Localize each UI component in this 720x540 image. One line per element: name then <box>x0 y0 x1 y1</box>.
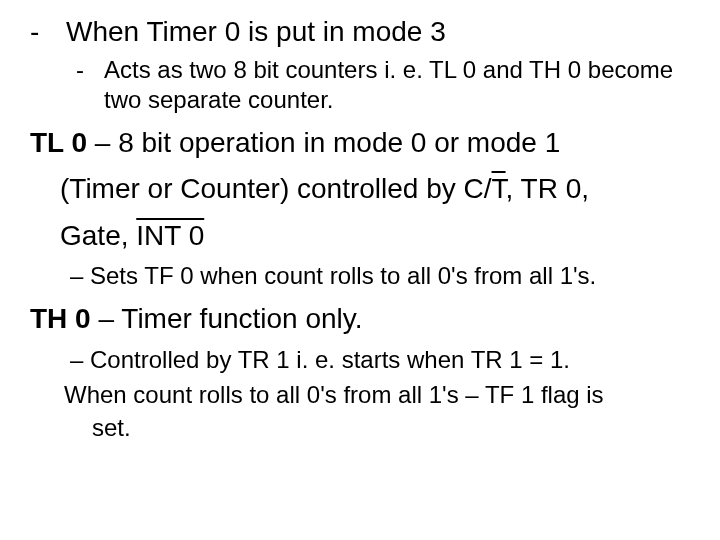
tl0-overline-int0: INT 0 <box>136 220 204 251</box>
th0-sub-line2: When count rolls to all 0's from all 1's… <box>64 379 690 410</box>
th0-sub-line3: set. <box>92 412 690 443</box>
tl0-overline-T: T <box>492 173 506 204</box>
tl0-line2b: , TR 0, <box>506 173 590 204</box>
th0-sub-line1: – Controlled by TR 1 i. e. starts when T… <box>70 344 690 375</box>
bullet-text: Acts as two 8 bit counters i. e. TL 0 an… <box>104 55 690 115</box>
bullet-text: When Timer 0 is put in mode 3 <box>66 14 690 49</box>
tl0-heading: TL 0 – 8 bit operation in mode 0 or mode… <box>30 125 690 161</box>
th0-heading: TH 0 – Timer function only. <box>30 301 690 337</box>
slide: - When Timer 0 is put in mode 3 - Acts a… <box>0 0 720 540</box>
bullet-level1: - When Timer 0 is put in mode 3 <box>30 14 690 49</box>
tl0-line3a: Gate, <box>60 220 136 251</box>
tl0-line3: Gate, INT 0 <box>30 218 690 254</box>
tl0-rest1: – 8 bit operation in mode 0 or mode 1 <box>87 127 560 158</box>
tl0-sub: – Sets TF 0 when count rolls to all 0's … <box>70 260 690 291</box>
bullet-dash: - <box>30 14 66 49</box>
bullet-dash: - <box>76 55 104 85</box>
th0-rest: – Timer function only. <box>91 303 363 334</box>
tl0-line2: (Timer or Counter) controlled by C/T, TR… <box>30 171 690 207</box>
bullet-level2: - Acts as two 8 bit counters i. e. TL 0 … <box>76 55 690 115</box>
tl0-lead: TL 0 <box>30 127 87 158</box>
th0-lead: TH 0 <box>30 303 91 334</box>
tl0-line2a: (Timer or Counter) controlled by C/ <box>60 173 492 204</box>
